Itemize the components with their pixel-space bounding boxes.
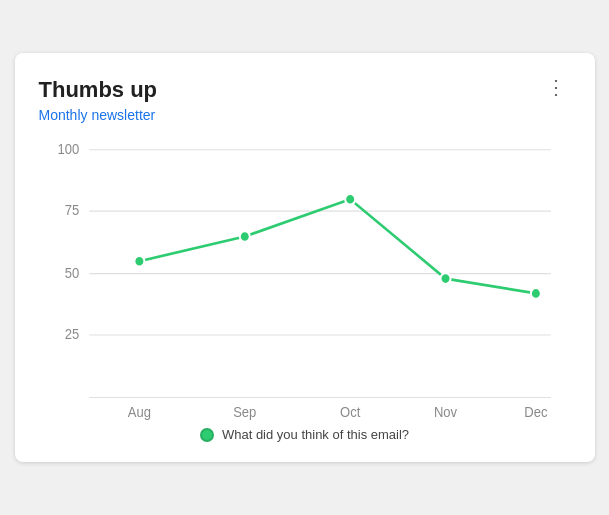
data-point-dec bbox=[530, 288, 540, 299]
x-label-oct: Oct bbox=[340, 404, 361, 420]
data-point-oct bbox=[345, 194, 355, 205]
x-label-nov: Nov bbox=[433, 404, 456, 420]
card-subtitle: Monthly newsletter bbox=[39, 107, 571, 123]
y-label-100: 100 bbox=[57, 142, 79, 158]
data-point-nov bbox=[440, 273, 450, 284]
card-title: Thumbs up bbox=[39, 77, 571, 103]
x-label-dec: Dec bbox=[524, 404, 547, 420]
card: Thumbs up Monthly newsletter ⋮ 100 75 50… bbox=[15, 53, 595, 462]
chart-legend: What did you think of this email? bbox=[39, 427, 571, 442]
y-label-75: 75 bbox=[64, 203, 79, 219]
x-label-sep: Sep bbox=[233, 404, 256, 420]
chart-area: 100 75 50 25 Aug Sep Oct Nov Dec bbox=[39, 139, 571, 419]
line-series bbox=[139, 199, 535, 293]
data-point-aug bbox=[134, 256, 144, 267]
x-label-aug: Aug bbox=[127, 404, 150, 420]
y-label-25: 25 bbox=[64, 327, 79, 343]
y-label-50: 50 bbox=[64, 266, 79, 282]
more-options-button[interactable]: ⋮ bbox=[538, 73, 575, 101]
legend-dot bbox=[200, 428, 214, 442]
data-point-sep bbox=[239, 231, 249, 242]
legend-label: What did you think of this email? bbox=[222, 427, 409, 442]
line-chart: 100 75 50 25 Aug Sep Oct Nov Dec bbox=[39, 139, 571, 419]
